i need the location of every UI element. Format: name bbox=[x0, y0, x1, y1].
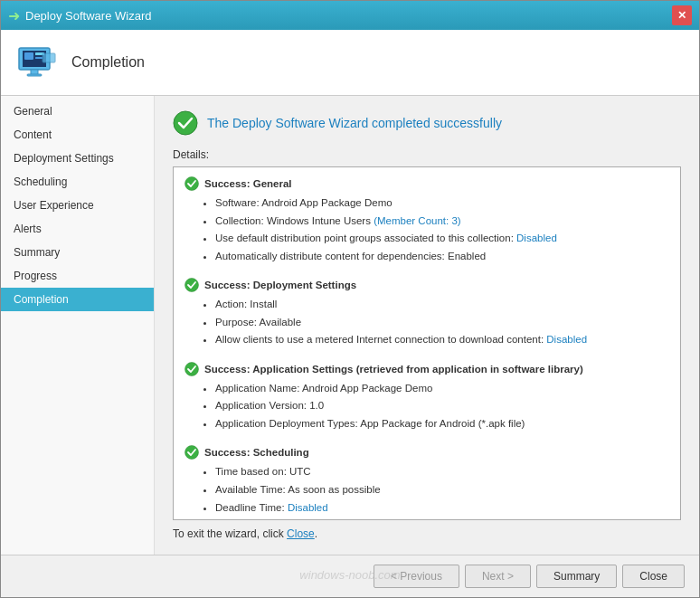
svg-rect-3 bbox=[27, 74, 42, 76]
details-label: Details: bbox=[173, 148, 681, 161]
success-bullet-icon bbox=[184, 445, 199, 460]
detail-items-deployment: Action: Install Purpose: Available Allow… bbox=[204, 296, 669, 349]
svg-point-8 bbox=[174, 111, 197, 135]
detail-item: Application Deployment Types: App Packag… bbox=[215, 415, 669, 433]
detail-item: Use default distribution point groups as… bbox=[215, 230, 669, 248]
completion-icon bbox=[15, 41, 59, 84]
blue-text: Disabled bbox=[288, 502, 328, 513]
detail-item: Application Name: Android App Package De… bbox=[215, 380, 669, 398]
wizard-header: Completion bbox=[1, 30, 699, 96]
success-bullet-icon bbox=[184, 176, 199, 191]
window-title: Deploy Software Wizard bbox=[25, 9, 151, 23]
detail-header-appsettings: Success: Application Settings (retrieved… bbox=[184, 362, 669, 376]
detail-item: Action: Install bbox=[215, 296, 669, 314]
section-title-scheduling: Success: Scheduling bbox=[204, 447, 309, 458]
success-icon bbox=[173, 110, 198, 136]
sidebar-item-alerts[interactable]: Alerts bbox=[1, 217, 154, 241]
sidebar-item-completion[interactable]: Completion bbox=[1, 288, 154, 311]
sidebar: General Content Deployment Settings Sche… bbox=[1, 96, 155, 555]
exit-text: To exit the wizard, click Close. bbox=[173, 527, 681, 540]
detail-item: Deadline Time: Disabled bbox=[215, 499, 669, 517]
sidebar-item-scheduling[interactable]: Scheduling bbox=[1, 170, 154, 194]
detail-item: Available Time: As soon as possible bbox=[215, 481, 669, 499]
svg-rect-7 bbox=[43, 53, 55, 62]
detail-item: Purpose: Available bbox=[215, 314, 669, 332]
svg-rect-6 bbox=[35, 57, 43, 59]
title-bar: ➜ Deploy Software Wizard ✕ bbox=[1, 1, 699, 30]
next-button[interactable]: Next > bbox=[465, 565, 531, 588]
summary-button[interactable]: Summary bbox=[536, 565, 617, 588]
detail-item: Time based on: UTC bbox=[215, 463, 669, 481]
detail-items-scheduling: Time based on: UTC Available Time: As so… bbox=[204, 463, 669, 517]
svg-point-11 bbox=[185, 362, 199, 375]
detail-items-general: Software: Android App Package Demo Colle… bbox=[204, 195, 669, 265]
section-title-general: Success: General bbox=[204, 178, 292, 189]
content-area: The Deploy Software Wizard completed suc… bbox=[155, 96, 699, 555]
details-box[interactable]: Success: General Software: Android App P… bbox=[173, 166, 681, 520]
exit-message: To exit the wizard, click Close. bbox=[173, 527, 317, 540]
title-bar-left: ➜ Deploy Software Wizard bbox=[8, 7, 151, 24]
previous-button[interactable]: < Previous bbox=[374, 565, 459, 588]
success-banner: The Deploy Software Wizard completed suc… bbox=[173, 110, 681, 136]
sidebar-item-deployment-settings[interactable]: Deployment Settings bbox=[1, 147, 154, 170]
sidebar-item-summary[interactable]: Summary bbox=[1, 241, 154, 264]
blue-text: Disabled bbox=[516, 233, 557, 243]
arrow-icon: ➜ bbox=[8, 7, 20, 24]
sidebar-item-user-experience[interactable]: User Experience bbox=[1, 194, 154, 217]
svg-point-12 bbox=[185, 446, 199, 460]
detail-item: Application Version: 1.0 bbox=[215, 397, 669, 415]
detail-item: Automatically distribute content for dep… bbox=[215, 248, 669, 266]
close-button[interactable]: Close bbox=[622, 565, 685, 588]
detail-section-appsettings: Success: Application Settings (retrieved… bbox=[184, 362, 669, 433]
detail-header-general: Success: General bbox=[184, 176, 669, 191]
detail-header-deployment: Success: Deployment Settings bbox=[184, 278, 669, 292]
success-bullet-icon bbox=[184, 278, 199, 292]
wizard-footer: < Previous Next > Summary Close bbox=[1, 555, 699, 597]
blue-text: Disabled bbox=[546, 334, 587, 345]
detail-section-deployment: Success: Deployment Settings Action: Ins… bbox=[184, 278, 669, 349]
svg-point-9 bbox=[185, 177, 199, 191]
blue-text: (Member Count: 3) bbox=[374, 215, 461, 226]
sidebar-item-progress[interactable]: Progress bbox=[1, 264, 154, 288]
detail-items-appsettings: Application Name: Android App Package De… bbox=[204, 380, 669, 433]
wizard-window: ➜ Deploy Software Wizard ✕ Completion bbox=[0, 0, 700, 598]
svg-rect-4 bbox=[24, 52, 33, 60]
sidebar-item-content[interactable]: Content bbox=[1, 123, 154, 147]
section-title-appsettings: Success: Application Settings (retrieved… bbox=[204, 364, 583, 375]
detail-header-scheduling: Success: Scheduling bbox=[184, 445, 669, 460]
detail-item: Software: Android App Package Demo bbox=[215, 195, 669, 213]
svg-point-10 bbox=[185, 279, 199, 292]
detail-item: Collection: Windows Intune Users (Member… bbox=[215, 213, 669, 231]
window-close-button[interactable]: ✕ bbox=[672, 5, 692, 25]
detail-item: Allow clients to use a metered Internet … bbox=[215, 331, 669, 349]
success-bullet-icon bbox=[184, 362, 199, 376]
main-content: General Content Deployment Settings Sche… bbox=[1, 96, 699, 555]
section-title-deployment: Success: Deployment Settings bbox=[204, 280, 356, 290]
detail-section-general: Success: General Software: Android App P… bbox=[184, 176, 669, 265]
sidebar-item-general[interactable]: General bbox=[1, 100, 154, 123]
close-link[interactable]: Close bbox=[287, 527, 315, 540]
success-message: The Deploy Software Wizard completed suc… bbox=[207, 116, 502, 130]
detail-section-scheduling: Success: Scheduling Time based on: UTC A… bbox=[184, 445, 669, 517]
wizard-step-title: Completion bbox=[71, 54, 145, 71]
